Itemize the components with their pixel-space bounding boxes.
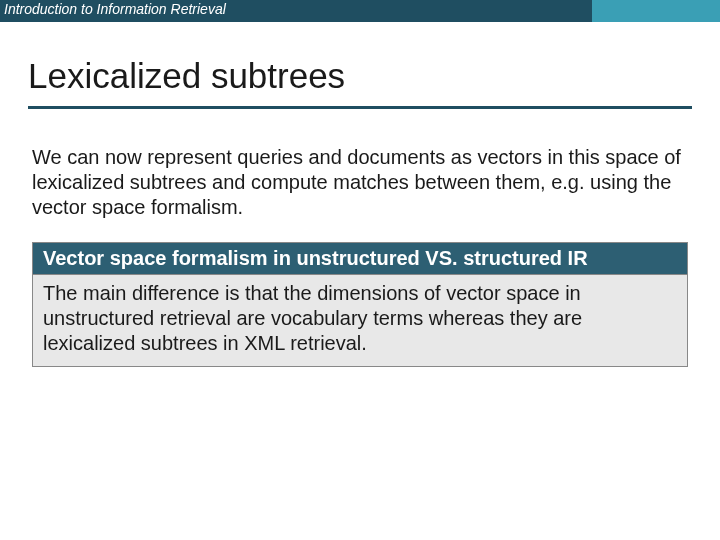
- callout-heading: Vector space formalism in unstructured V…: [33, 243, 687, 275]
- header-bar: Introduction to Information Retrieval: [0, 0, 720, 22]
- slide-title: Lexicalized subtrees: [28, 56, 692, 96]
- title-underline: [28, 106, 692, 109]
- course-title: Introduction to Information Retrieval: [4, 1, 226, 17]
- slide-content: Lexicalized subtrees We can now represen…: [0, 22, 720, 367]
- callout-box: Vector space formalism in unstructured V…: [32, 242, 688, 367]
- body-paragraph: We can now represent queries and documen…: [28, 145, 692, 220]
- header-accent: [592, 0, 720, 22]
- callout-body: The main difference is that the dimensio…: [33, 275, 687, 366]
